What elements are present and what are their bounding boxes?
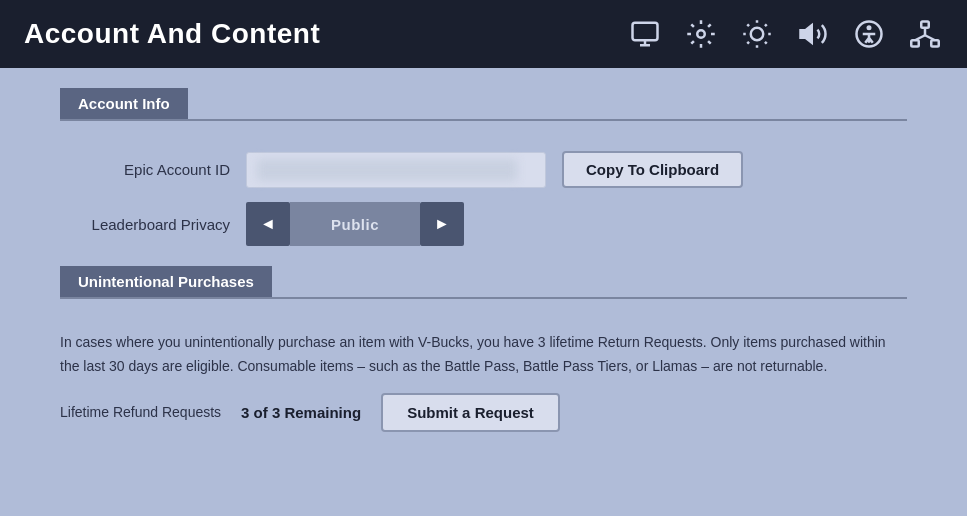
svg-point-15 — [867, 25, 872, 30]
epic-account-id-label: Epic Account ID — [60, 161, 230, 178]
epic-account-id-value — [246, 152, 546, 188]
accessibility-icon[interactable] — [851, 16, 887, 52]
svg-rect-16 — [921, 22, 929, 28]
svg-line-11 — [747, 42, 749, 44]
purchases-description: In cases where you unintentionally purch… — [60, 315, 907, 393]
nav-icons — [627, 16, 943, 52]
refund-row-container: Lifetime Refund Requests 3 of 3 Remainin… — [60, 393, 907, 432]
purchases-section: Unintentional Purchases In cases where y… — [60, 266, 907, 432]
content-area: Account Info Epic Account ID Copy To Cli… — [0, 68, 967, 452]
network-icon[interactable] — [907, 16, 943, 52]
svg-line-20 — [915, 35, 925, 40]
svg-rect-0 — [633, 23, 658, 41]
privacy-controls: ◄ Public ► — [246, 202, 464, 246]
svg-line-7 — [747, 24, 749, 26]
copy-to-clipboard-button[interactable]: Copy To Clipboard — [562, 151, 743, 188]
brightness-icon[interactable] — [739, 16, 775, 52]
page-title: Account And Content — [24, 18, 320, 50]
svg-point-3 — [697, 30, 705, 38]
leaderboard-privacy-label: Leaderboard Privacy — [60, 216, 230, 233]
volume-icon[interactable] — [795, 16, 831, 52]
privacy-arrow-right[interactable]: ► — [420, 202, 464, 246]
svg-line-12 — [765, 24, 767, 26]
svg-line-8 — [765, 42, 767, 44]
privacy-arrow-left[interactable]: ◄ — [246, 202, 290, 246]
purchases-header: Unintentional Purchases — [60, 266, 272, 297]
monitor-icon[interactable] — [627, 16, 663, 52]
svg-rect-17 — [911, 40, 919, 46]
epic-account-id-row: Epic Account ID Copy To Clipboard — [60, 137, 907, 198]
leaderboard-privacy-row: Leaderboard Privacy ◄ Public ► — [60, 198, 907, 260]
refund-label: Lifetime Refund Requests — [60, 404, 221, 420]
svg-marker-13 — [801, 25, 812, 43]
svg-line-21 — [925, 35, 935, 40]
submit-request-button[interactable]: Submit a Request — [381, 393, 560, 432]
epic-id-blurred — [257, 159, 517, 181]
svg-point-4 — [751, 28, 764, 41]
svg-rect-18 — [931, 40, 939, 46]
privacy-value: Public — [290, 202, 420, 246]
settings-icon[interactable] — [683, 16, 719, 52]
refund-count: 3 of 3 Remaining — [241, 404, 361, 421]
account-info-section: Account Info Epic Account ID Copy To Cli… — [60, 88, 907, 260]
refund-row: Lifetime Refund Requests 3 of 3 Remainin… — [60, 393, 560, 432]
top-bar: Account And Content — [0, 0, 967, 68]
account-info-header: Account Info — [60, 88, 188, 119]
